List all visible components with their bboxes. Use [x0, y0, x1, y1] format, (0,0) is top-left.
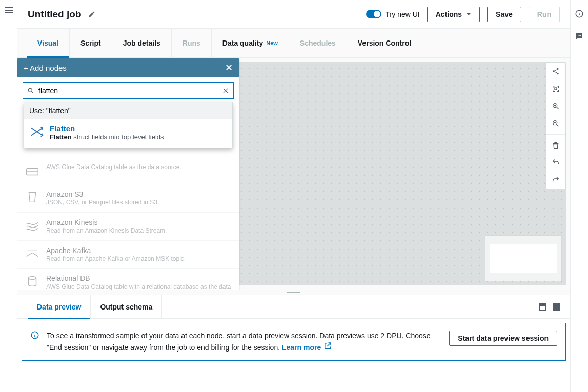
undo-icon[interactable]	[546, 154, 565, 171]
panel-title: + Add nodes	[24, 64, 67, 72]
tab-script[interactable]: Script	[70, 29, 112, 57]
resize-grip[interactable]	[17, 290, 570, 295]
svg-point-13	[580, 35, 581, 36]
delete-icon[interactable]	[546, 134, 565, 154]
clear-icon[interactable]	[222, 87, 229, 94]
search-input[interactable]	[38, 87, 218, 95]
search-icon	[27, 87, 34, 94]
actions-label: Actions	[436, 10, 462, 18]
close-icon[interactable]: ✕	[225, 62, 233, 73]
try-new-ui-toggle[interactable]: Try new UI	[366, 10, 420, 18]
tab-schedules: Schedules	[289, 29, 347, 57]
svg-point-0	[557, 68, 558, 70]
minimize-panel-icon[interactable]	[539, 303, 546, 311]
external-link-icon	[323, 341, 332, 350]
result-flatten[interactable]: Flatten Flatten struct fields into top l…	[24, 119, 232, 148]
svg-point-8	[29, 277, 36, 280]
new-badge: New	[266, 40, 278, 46]
redo-icon[interactable]	[546, 171, 565, 189]
run-button: Run	[529, 7, 560, 22]
list-item: Amazon S3JSON, CSV, or Parquet files sto…	[17, 184, 239, 212]
page-title: Untitled job	[28, 9, 81, 20]
info-rail-icon[interactable]	[575, 9, 584, 18]
list-item: Amazon KinesisRead from an Amazon Kinesi…	[17, 212, 239, 240]
list-item: Relational DBAWS Glue Data Catalog table…	[17, 268, 239, 290]
result-title: Flatten	[50, 124, 164, 133]
add-nodes-panel: + Add nodes ✕ AWS Glue Data Catalog tabl…	[17, 58, 239, 290]
tab-runs: Runs	[172, 29, 212, 57]
svg-point-11	[578, 35, 579, 36]
info-bar: To see a transformed sample of your data…	[22, 323, 566, 361]
tab-job-details[interactable]: Job details	[112, 29, 172, 57]
svg-point-12	[579, 35, 580, 36]
start-preview-button[interactable]: Start data preview session	[449, 331, 557, 346]
toggle-label: Try new UI	[386, 10, 420, 18]
svg-rect-7	[27, 168, 38, 175]
search-dropdown: Use: "flatten" Flatten Flatten struct fi…	[24, 102, 233, 148]
tab-data-quality[interactable]: Data quality New	[212, 29, 289, 57]
header: Untitled job Try new UI Actions Save Run	[17, 0, 570, 29]
right-rail	[570, 0, 588, 392]
zoom-out-icon[interactable]	[546, 115, 565, 132]
flatten-icon	[29, 124, 45, 139]
share-icon[interactable]	[546, 63, 565, 80]
hamburger-menu[interactable]	[5, 7, 13, 13]
tab-visual[interactable]: Visual	[27, 29, 70, 57]
save-button[interactable]: Save	[487, 7, 521, 22]
edit-icon[interactable]	[88, 11, 95, 18]
tab-output-schema[interactable]: Output schema	[91, 295, 162, 318]
panel-header: + Add nodes ✕	[17, 58, 239, 77]
tab-data-preview[interactable]: Data preview	[28, 295, 91, 318]
info-icon	[30, 331, 39, 340]
zoom-in-icon[interactable]	[546, 97, 565, 115]
learn-more-link[interactable]: Learn more	[282, 343, 332, 352]
list-item: AWS Glue Data Catalog table as the data …	[17, 158, 239, 184]
canvas-tools	[545, 62, 566, 189]
toggle-switch-icon	[366, 10, 381, 18]
fit-icon[interactable]	[546, 80, 565, 97]
svg-point-6	[28, 88, 32, 92]
result-desc: Flatten struct fields into top level fie…	[50, 133, 164, 141]
actions-button[interactable]: Actions	[427, 7, 480, 22]
search-hint[interactable]: Use: "flatten"	[24, 102, 232, 119]
mini-map[interactable]	[485, 235, 562, 281]
tabbar: Visual Script Job details Runs Data qual…	[17, 29, 570, 58]
tab-version-control[interactable]: Version Control	[347, 29, 422, 57]
chevron-down-icon	[466, 13, 471, 15]
svg-point-2	[557, 73, 558, 74]
info-text: To see a transformed sample of your data…	[47, 332, 431, 352]
bottom-panel: Data preview Output schema To see a tran…	[17, 295, 570, 392]
list-item: Apache KafkaRead from an Apache Kafka or…	[17, 240, 239, 269]
chat-rail-icon[interactable]	[575, 32, 584, 41]
maximize-panel-icon[interactable]	[553, 303, 560, 311]
svg-rect-3	[555, 88, 557, 90]
search-input-wrapper	[23, 82, 234, 99]
